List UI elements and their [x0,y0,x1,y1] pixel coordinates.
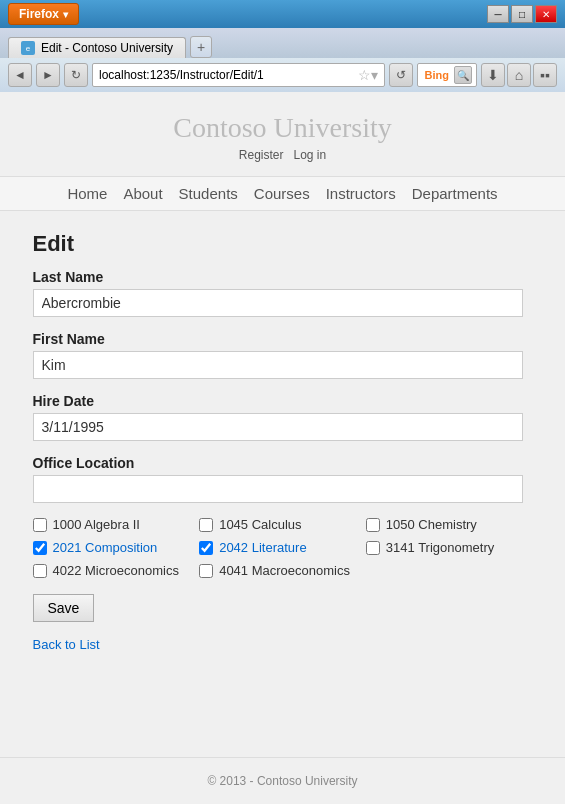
download-icon: ⬇ [487,67,499,83]
course-item-3141: 3141 Trigonometry [366,540,533,555]
course-item-2042: 2042 Literature [199,540,366,555]
course-checkbox-2042[interactable] [199,541,213,555]
search-container: Bing 🔍 [417,63,477,87]
toolbar-buttons: ⬇ ⌂ ▪▪ [481,63,557,87]
site-header: Contoso University Register Log in [0,92,565,176]
hire-date-input[interactable] [33,413,523,441]
firefox-menu-button[interactable]: Firefox [8,3,79,25]
tab-bar: e Edit - Contoso University + [0,28,565,58]
refresh-button[interactable]: ↻ [64,63,88,87]
minimize-icon: ─ [494,9,501,20]
site-auth: Register Log in [0,148,565,162]
register-link[interactable]: Register [239,148,284,162]
new-tab-icon: + [197,39,205,55]
course-label-1000[interactable]: 1000 Algebra II [53,517,140,532]
save-button[interactable]: Save [33,594,95,622]
bookmark-star-icon[interactable]: ☆ [358,67,371,83]
more-icon: ▪▪ [540,67,550,83]
search-icon: 🔍 [457,70,469,81]
hire-date-label: Hire Date [33,393,533,409]
forward-icon: ► [42,68,54,82]
close-button[interactable]: ✕ [535,5,557,23]
page-content: Contoso University Register Log in Home … [0,92,565,804]
search-button[interactable]: 🔍 [454,66,472,84]
nav-students[interactable]: Students [179,185,238,202]
course-item-4041: 4041 Macroeconomics [199,563,366,578]
tab-favicon: e [21,41,35,55]
close-icon: ✕ [542,9,550,20]
office-location-input[interactable] [33,475,523,503]
course-placeholder [366,563,533,578]
reload-icon: ↺ [396,68,406,82]
nav-home[interactable]: Home [67,185,107,202]
more-button[interactable]: ▪▪ [533,63,557,87]
home-icon: ⌂ [515,67,523,83]
page-title: Edit [33,231,533,257]
reload-button[interactable]: ↺ [389,63,413,87]
course-checkbox-1050[interactable] [366,518,380,532]
active-tab[interactable]: e Edit - Contoso University [8,37,186,58]
first-name-group: First Name [33,331,533,379]
first-name-input[interactable] [33,351,523,379]
course-item-1045: 1045 Calculus [199,517,366,532]
course-label-4041[interactable]: 4041 Macroeconomics [219,563,350,578]
course-checkbox-1000[interactable] [33,518,47,532]
course-checkbox-4022[interactable] [33,564,47,578]
course-label-1045[interactable]: 1045 Calculus [219,517,301,532]
back-icon: ◄ [14,68,26,82]
course-checkbox-3141[interactable] [366,541,380,555]
firefox-label: Firefox [19,7,59,21]
bing-logo: Bing [422,69,452,81]
nav-courses[interactable]: Courses [254,185,310,202]
new-tab-button[interactable]: + [190,36,212,58]
title-bar: Firefox ─ □ ✕ [0,0,565,28]
course-item-1000: 1000 Algebra II [33,517,200,532]
nav-instructors[interactable]: Instructors [326,185,396,202]
main-content: Edit Last Name First Name Hire Date Offi… [3,211,563,672]
back-button[interactable]: ◄ [8,63,32,87]
site-footer: © 2013 - Contoso University [0,757,565,804]
office-location-label: Office Location [33,455,533,471]
course-item-2021: 2021 Composition [33,540,200,555]
nav-departments[interactable]: Departments [412,185,498,202]
course-checkbox-4041[interactable] [199,564,213,578]
address-bar: ◄ ► ↻ ☆ ▾ ↺ Bing 🔍 ⬇ ⌂ ▪▪ [0,58,565,92]
forward-button[interactable]: ► [36,63,60,87]
courses-grid: 1000 Algebra II 1045 Calculus 1050 Chemi… [33,517,533,578]
minimize-button[interactable]: ─ [487,5,509,23]
maximize-button[interactable]: □ [511,5,533,23]
site-nav: Home About Students Courses Instructors … [0,176,565,211]
window-controls: ─ □ ✕ [487,5,557,23]
course-checkbox-2021[interactable] [33,541,47,555]
last-name-group: Last Name [33,269,533,317]
home-button[interactable]: ⌂ [507,63,531,87]
course-item-1050: 1050 Chemistry [366,517,533,532]
nav-about[interactable]: About [123,185,162,202]
back-to-list-link[interactable]: Back to List [33,637,100,652]
last-name-input[interactable] [33,289,523,317]
download-button[interactable]: ⬇ [481,63,505,87]
course-label-4022[interactable]: 4022 Microeconomics [53,563,179,578]
bookmark-check-icon[interactable]: ▾ [371,67,378,83]
login-link[interactable]: Log in [294,148,327,162]
course-label-2021[interactable]: 2021 Composition [53,540,158,555]
site-title: Contoso University [0,112,565,144]
footer-text: © 2013 - Contoso University [207,774,357,788]
course-checkbox-1045[interactable] [199,518,213,532]
address-container: ☆ ▾ [92,63,385,87]
tab-title: Edit - Contoso University [41,41,173,55]
office-location-group: Office Location [33,455,533,503]
address-input[interactable] [99,68,358,82]
maximize-icon: □ [519,9,525,20]
last-name-label: Last Name [33,269,533,285]
course-item-4022: 4022 Microeconomics [33,563,200,578]
course-label-1050[interactable]: 1050 Chemistry [386,517,477,532]
course-label-3141[interactable]: 3141 Trigonometry [386,540,494,555]
hire-date-group: Hire Date [33,393,533,441]
courses-section: 1000 Algebra II 1045 Calculus 1050 Chemi… [33,517,533,578]
first-name-label: First Name [33,331,533,347]
refresh-icon: ↻ [71,68,81,82]
course-label-2042[interactable]: 2042 Literature [219,540,306,555]
